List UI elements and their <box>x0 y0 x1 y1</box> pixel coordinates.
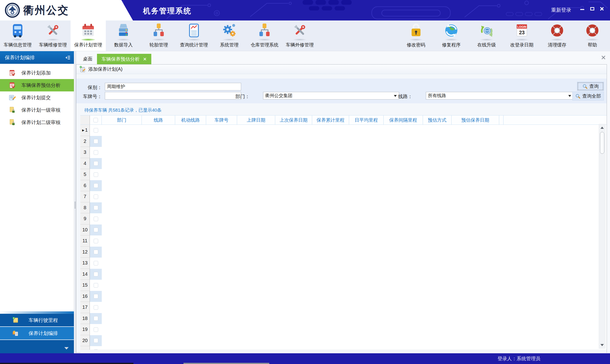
row-checkbox[interactable] <box>94 338 98 343</box>
maximize-button[interactable] <box>590 7 594 11</box>
select-all-checkbox[interactable] <box>94 118 98 122</box>
row-checkbox[interactable] <box>94 128 98 133</box>
vertical-scrollbar[interactable] <box>599 124 606 349</box>
ribbon-item[interactable]: 修改密码 <box>398 20 434 51</box>
row-checkbox[interactable] <box>94 183 98 188</box>
tabstrip-close-icon[interactable] <box>601 55 606 60</box>
tab[interactable]: 桌面 <box>78 54 97 64</box>
row-checkbox-cell[interactable] <box>90 258 102 269</box>
query-button[interactable]: 查询 <box>577 82 604 91</box>
column-header[interactable]: 上牌日期 <box>237 116 275 125</box>
column-header[interactable]: 上次保养日期 <box>275 116 312 125</box>
ribbon-item[interactable]: 修复程序 <box>434 20 469 51</box>
row-checkbox-cell[interactable] <box>90 247 102 258</box>
relogin-button[interactable]: 重新登录 <box>551 7 571 13</box>
row-checkbox-cell[interactable] <box>90 191 102 202</box>
ribbon-item[interactable]: LOGIN23 改登录日期 <box>504 20 540 51</box>
sidebar-splitter[interactable] <box>74 51 76 353</box>
column-header[interactable]: 线路 <box>142 116 175 125</box>
row-checkbox-cell[interactable] <box>90 224 102 236</box>
row-checkbox[interactable] <box>94 195 98 199</box>
tab-close-icon[interactable]: ✕ <box>143 57 147 61</box>
row-checkbox[interactable] <box>94 172 98 177</box>
row-checkbox[interactable] <box>94 305 98 310</box>
row-checkbox[interactable] <box>94 283 98 287</box>
ribbon-item[interactable]: 清理缓存 <box>540 20 575 51</box>
row-checkbox-cell[interactable] <box>90 158 102 169</box>
sidebar-bottom-item[interactable]: 车辆行驶里程 <box>0 314 74 326</box>
baobie-input[interactable] <box>105 83 241 91</box>
row-checkbox-cell[interactable] <box>90 213 102 224</box>
row-checkbox[interactable] <box>94 217 98 221</box>
row-checkbox-cell[interactable] <box>90 269 102 280</box>
ribbon-item[interactable]: 保养计划管理 <box>70 20 106 51</box>
sidebar-group-header[interactable]: 保养计划编排 <box>0 51 74 64</box>
tab[interactable]: 车辆保养预估分析 ✕ <box>97 54 151 64</box>
ribbon-item[interactable]: 车辆外修管理 <box>282 20 317 51</box>
sidebar-bottom-item[interactable]: 保养计划编排 <box>0 327 74 339</box>
row-checkbox[interactable] <box>94 261 98 265</box>
sidebar-item[interactable]: 保养计划一级审核 <box>0 104 74 116</box>
scroll-up-button[interactable] <box>599 124 605 131</box>
row-checkbox-cell[interactable] <box>90 280 102 291</box>
row-checkbox[interactable] <box>94 161 98 166</box>
row-checkbox-cell[interactable] <box>90 324 102 335</box>
row-checkbox[interactable] <box>94 316 98 321</box>
row-checkbox-cell[interactable] <box>90 302 102 313</box>
ribbon-item[interactable]: 仓库管理系统 <box>247 20 282 51</box>
column-header[interactable]: 机动线路 <box>175 116 206 125</box>
scroll-down-button[interactable] <box>599 342 605 348</box>
line-select[interactable]: 所有线路 <box>426 92 573 100</box>
ribbon-item[interactable]: 车辆维修管理 <box>35 20 70 51</box>
sidebar-item[interactable]: 保养计划二级审核 <box>0 116 74 129</box>
scrollbar-thumb[interactable] <box>600 132 604 154</box>
row-checkbox-cell[interactable] <box>90 235 102 247</box>
ribbon-item[interactable]: 查询统计管理 <box>176 20 212 51</box>
ribbon-item[interactable]: 帮助 <box>575 20 610 51</box>
minimize-button[interactable] <box>580 9 584 10</box>
chevron-down-icon[interactable] <box>64 347 69 350</box>
ribbon-item[interactable]: 车辆信息管理 <box>0 20 35 51</box>
ribbon-item[interactable]: 轮胎管理 <box>141 20 176 51</box>
row-checkbox[interactable] <box>94 150 98 155</box>
row-checkbox-cell[interactable] <box>90 147 102 158</box>
ribbon-item[interactable]: 在线升级 <box>469 20 504 51</box>
row-checkbox[interactable] <box>94 250 98 254</box>
add-plan-button[interactable]: 添加保养计划(A) <box>79 66 122 73</box>
row-checkbox-cell[interactable] <box>90 180 102 191</box>
row-checkbox[interactable] <box>94 239 98 243</box>
row-checkbox[interactable] <box>94 272 98 276</box>
sidebar-item[interactable]: 保养计划提交 <box>0 91 74 104</box>
column-header[interactable]: 部门 <box>102 116 142 125</box>
row-checkbox[interactable] <box>94 327 98 332</box>
dept-select[interactable]: 衢州公交集团 <box>263 92 399 100</box>
column-header[interactable]: 日平均里程 <box>349 116 384 125</box>
row-checkbox-cell[interactable] <box>90 335 102 346</box>
row-checkbox-cell[interactable] <box>90 136 102 147</box>
row-checkbox-cell[interactable] <box>90 202 102 214</box>
column-header[interactable]: 保养累计里程 <box>312 116 349 125</box>
ribbon-item[interactable]: 数据导入 <box>106 20 141 51</box>
horizontal-scrollbar-track[interactable] <box>80 350 607 353</box>
sidebar-item[interactable]: 保养计划添加 <box>0 67 74 79</box>
row-checkbox-cell[interactable] <box>90 313 102 324</box>
column-header[interactable]: 车牌号 <box>206 116 237 125</box>
row-checkbox[interactable] <box>94 294 98 299</box>
row-checkbox[interactable] <box>94 350 98 350</box>
row-checkbox[interactable] <box>94 139 98 143</box>
collapse-icon[interactable] <box>65 55 70 60</box>
sidebar-item[interactable]: 车辆保养预估分析 <box>0 79 74 91</box>
ribbon-item[interactable]: 系统管理 <box>212 20 247 51</box>
row-checkbox-cell[interactable] <box>90 125 102 136</box>
row-checkbox-cell[interactable] <box>90 291 102 302</box>
column-header[interactable]: 保养间隔里程 <box>384 116 423 125</box>
row-checkbox-cell[interactable] <box>90 346 102 350</box>
plate-input[interactable] <box>105 92 241 100</box>
row-checkbox[interactable] <box>94 206 98 210</box>
row-checkbox[interactable] <box>94 228 98 232</box>
query-all-button[interactable]: 查询全部 <box>572 92 604 101</box>
close-button[interactable] <box>600 7 604 11</box>
column-header[interactable]: 预估保养日期 <box>451 116 499 125</box>
row-checkbox-cell[interactable] <box>90 169 102 180</box>
column-header[interactable]: 预估方式 <box>423 116 451 125</box>
